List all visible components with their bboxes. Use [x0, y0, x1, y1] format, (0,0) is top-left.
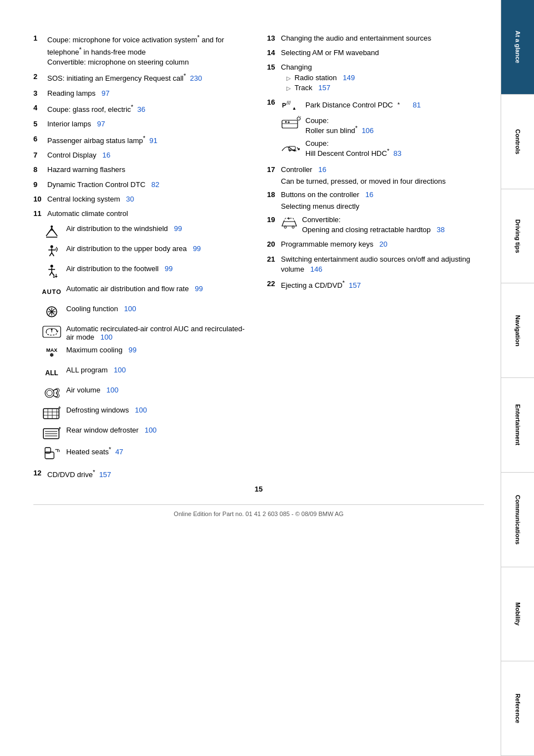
climate-item-text: Maximum cooling 99: [66, 345, 250, 354]
list-item: 11 Automatic climate control: [33, 209, 250, 219]
page-ref[interactable]: 99: [165, 264, 172, 273]
item-content: Interior lamps 97: [47, 119, 250, 129]
item-content: Coupe: glass roof, electric* 36: [47, 103, 250, 115]
sidebar-label: At a glance: [515, 31, 521, 63]
page-ref[interactable]: 97: [97, 120, 105, 128]
page-ref[interactable]: 81: [413, 100, 421, 110]
climate-item: Cooling function 100: [42, 303, 250, 320]
list-item: 10 Central locking system 30: [33, 194, 250, 204]
item-content: Changing ▷ Radio station 149 ▷ Track 157: [281, 62, 484, 93]
page-ref[interactable]: 30: [126, 195, 134, 203]
svg-point-19: [51, 329, 53, 331]
max-cool-icon: MAX❄: [42, 345, 62, 361]
pdc-icon: P /// ▲: [281, 97, 301, 113]
page-ref[interactable]: 100: [114, 366, 126, 374]
page-ref[interactable]: 16: [318, 165, 326, 174]
list-item: 3 Reading lamps 97: [33, 89, 250, 99]
page-ref[interactable]: 157: [99, 470, 111, 479]
right-sidebar: At a glance Controls Driving tips Naviga…: [501, 0, 534, 756]
sidebar-label: Navigation: [515, 315, 521, 346]
sidebar-section-navigation[interactable]: Navigation: [501, 283, 534, 378]
item-number: 17: [267, 165, 281, 175]
svg-line-42: [300, 116, 301, 117]
main-content: 1 Coupe: microphone for voice activation…: [0, 0, 501, 756]
list-item-17: 17 Controller 16 Can be turned, pressed,…: [267, 165, 484, 185]
item-content: Convertible:Opening and closing retracta…: [281, 215, 484, 235]
page-ref[interactable]: 100: [135, 406, 147, 414]
sidebar-section-controls[interactable]: Controls: [501, 95, 534, 189]
sidebar-section-driving-tips[interactable]: Driving tips: [501, 189, 534, 284]
list-item-16: 16 P /// ▲ Park Distance Control PDC* 81: [267, 97, 484, 158]
all-text: ALL: [45, 369, 58, 377]
climate-item-text: Air distribution to the windshield 99: [66, 223, 250, 233]
page-ref[interactable]: 99: [193, 244, 201, 253]
cooling-icon: [42, 303, 62, 320]
sidebar-section-mobility[interactable]: Mobility: [501, 567, 534, 662]
sidebar-label: Reference: [515, 694, 521, 723]
climate-item: AUTO Automatic air distribution and flow…: [42, 283, 250, 300]
page-ref[interactable]: 47: [115, 448, 123, 456]
page-ref[interactable]: 20: [379, 240, 387, 248]
sidebar-section-reference[interactable]: Reference: [501, 661, 534, 756]
item-number: 14: [267, 48, 281, 58]
page-ref[interactable]: 157: [318, 84, 330, 92]
page-ref[interactable]: 157: [349, 281, 361, 289]
list-item: 21 Switching entertainment audio sources…: [267, 254, 484, 274]
list-item: 19: [267, 215, 484, 235]
page-ref[interactable]: 100: [100, 333, 112, 341]
page-ref[interactable]: 100: [145, 426, 157, 434]
page-ref[interactable]: 16: [365, 190, 373, 199]
page-ref[interactable]: 82: [151, 180, 159, 189]
item-number: 1: [33, 33, 47, 67]
climate-item: Heated seats* 47: [42, 445, 250, 462]
item-number: 12: [33, 468, 47, 480]
item-content: Coupe: microphone for voice activation s…: [47, 33, 250, 67]
svg-point-22: [47, 390, 52, 396]
item-number: 7: [33, 150, 47, 160]
right-column: 13 Changing the audio and entertainment …: [267, 33, 484, 485]
svg-rect-38: [282, 120, 298, 128]
climate-item-text: Automatic recirculated-air control AUC a…: [66, 323, 250, 341]
page-ref[interactable]: 230: [190, 75, 202, 83]
svg-text:P: P: [282, 102, 286, 109]
page-footer: Online Edition for Part no. 01 41 2 603 …: [33, 504, 484, 517]
list-item: 7 Control Display 16: [33, 150, 250, 160]
page-ref[interactable]: 146: [310, 265, 323, 273]
wind-upper-icon: [42, 243, 62, 260]
heated-seats-icon: [42, 445, 62, 462]
climate-item: Air distribution to the upper body area …: [42, 243, 250, 260]
page-ref[interactable]: 149: [343, 73, 355, 82]
sidebar-section-at-a-glance[interactable]: At a glance: [501, 0, 534, 95]
svg-line-11: [50, 272, 52, 276]
list-item: 4 Coupe: glass roof, electric* 36: [33, 103, 250, 115]
item-content: Selecting AM or FM waveband: [281, 48, 484, 58]
convertible-icon: [281, 216, 298, 230]
page-ref[interactable]: 99: [174, 224, 182, 233]
list-item: 14 Selecting AM or FM waveband: [267, 48, 484, 58]
svg-point-47: [284, 226, 286, 228]
list-item: 13 Changing the audio and entertainment …: [267, 33, 484, 43]
sidebar-section-entertainment[interactable]: Entertainment: [501, 378, 534, 473]
climate-item: ALL ALL program 100: [42, 365, 250, 381]
sidebar-label: Driving tips: [515, 219, 521, 253]
page-ref[interactable]: 91: [150, 136, 157, 145]
page-ref[interactable]: 38: [437, 225, 444, 234]
sidebar-label: Controls: [515, 129, 521, 154]
page-ref[interactable]: 16: [102, 151, 110, 159]
page-ref[interactable]: 99: [128, 346, 136, 354]
item-content: Reading lamps 97: [47, 89, 250, 99]
page-ref[interactable]: 106: [362, 126, 374, 135]
sidebar-section-communications[interactable]: Communications: [501, 473, 534, 567]
page-ref[interactable]: 36: [137, 105, 145, 114]
climate-item: Defrosting windows 100: [42, 405, 250, 421]
page-ref[interactable]: 100: [124, 305, 136, 313]
page-ref[interactable]: 83: [393, 150, 401, 158]
climate-item-text: Air distribution to the footwell 99: [66, 263, 250, 273]
page-ref[interactable]: 100: [106, 386, 118, 394]
item-content: SOS: initiating an Emergency Request cal…: [47, 72, 250, 84]
item-number: 19: [267, 215, 281, 235]
page-ref[interactable]: 99: [195, 284, 202, 293]
page-ref[interactable]: 97: [102, 89, 110, 97]
item-content: Dynamic Traction Control DTC 82: [47, 180, 250, 190]
item-content: P /// ▲ Park Distance Control PDC* 81: [281, 97, 484, 113]
